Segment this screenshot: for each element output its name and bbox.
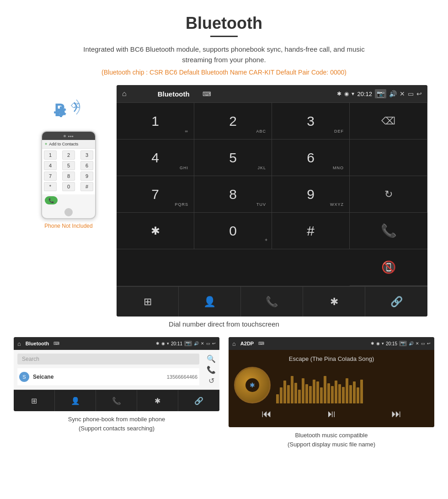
key-7[interactable]: 7PQRS <box>117 176 194 213</box>
back-icon[interactable]: ↩ <box>416 90 422 97</box>
music-body: Escape (The Pina Colada Song) ✱ ⏮ ⏯ ⏭ <box>229 350 434 427</box>
phone-key-5[interactable]: 5 <box>62 161 75 170</box>
music-home-icon[interactable]: ⌂ <box>232 340 236 347</box>
phone-key-6[interactable]: 6 <box>80 161 93 170</box>
phonebook-screen: ⌂ Bluetooth ⌨ ✱ ◉ ▾ 20:11 📷 🔊 ✕ ▭ ↩ <box>14 337 219 411</box>
toolbar-contacts-button[interactable]: 👤 <box>179 287 241 317</box>
viz-bar <box>309 386 312 403</box>
window-icon[interactable]: ▭ <box>408 90 414 97</box>
phone-key-9[interactable]: 9 <box>80 172 93 181</box>
viz-bar <box>349 385 352 403</box>
usb-icon: ⌨ <box>203 91 211 97</box>
key-call-red[interactable]: 📵 <box>350 249 427 286</box>
main-screen-caption: Dial number direct from touchscreen <box>0 320 448 328</box>
key-5[interactable]: 5JKL <box>194 140 272 176</box>
viz-bar <box>302 378 304 403</box>
key-4[interactable]: 4GHI <box>117 140 194 176</box>
car-screen-title: Bluetooth <box>158 90 190 98</box>
contact-row-seicane[interactable]: S Seicane 13566664466 <box>17 368 199 386</box>
pb-toolbar-dialpad[interactable]: ⊞ <box>14 390 55 411</box>
phone-key-3[interactable]: 3 <box>80 150 93 160</box>
viz-bar <box>316 381 319 403</box>
music-prev-button[interactable]: ⏮ <box>261 408 272 420</box>
volume-icon[interactable]: 🔊 <box>389 90 397 97</box>
toolbar-phone-button[interactable]: 📞 <box>241 287 303 317</box>
music-usb-icon: ⌨ <box>258 341 264 346</box>
key-6[interactable]: 6MNO <box>272 140 350 176</box>
pb-toolbar-link[interactable]: 🔗 <box>178 390 219 411</box>
phone-not-included-label: Phone Not Included <box>44 223 92 229</box>
phonebook-back-icon: ↩ <box>212 341 216 346</box>
key-hash[interactable]: # <box>272 213 350 249</box>
toolbar-link-button[interactable]: 🔗 <box>365 287 427 317</box>
phone-call-button[interactable]: 📞 <box>45 196 58 204</box>
call-side-icon[interactable]: 📞 <box>207 365 216 374</box>
phonebook-bt-icon: ✱ <box>156 341 160 346</box>
phonebook-bottom-toolbar: ⊞ 👤 📞 ✱ 🔗 <box>14 390 219 411</box>
viz-bar <box>291 376 293 403</box>
phonebook-usb-icon: ⌨ <box>53 341 59 346</box>
music-back-icon: ↩ <box>427 341 431 346</box>
phone-camera <box>64 135 66 137</box>
music-title: A2DP <box>240 341 254 346</box>
music-controls: ⏮ ⏯ ⏭ <box>234 403 429 422</box>
home-icon[interactable]: ⌂ <box>122 90 127 98</box>
phone-mockup: ●●● + Add to Contacts 1 2 3 4 5 6 7 <box>41 131 96 219</box>
phonebook-search-bar[interactable]: Search <box>17 354 199 365</box>
key-2[interactable]: 2ABC <box>194 103 272 140</box>
phone-key-7[interactable]: 7 <box>44 172 57 181</box>
key-backspace[interactable]: ⌫ <box>350 103 427 140</box>
music-next-button[interactable]: ⏭ <box>391 408 401 420</box>
pb-toolbar-contacts[interactable]: 👤 <box>55 390 96 411</box>
pb-toolbar-bluetooth[interactable]: ✱ <box>137 390 178 411</box>
phone-key-star[interactable]: * <box>44 182 57 191</box>
phone-home-button[interactable] <box>64 208 73 216</box>
phone-dial-row-2: 4 5 6 <box>44 161 93 170</box>
phone-key-8[interactable]: 8 <box>62 172 75 181</box>
key-1[interactable]: 1∞ <box>117 103 194 140</box>
phonebook-home-icon[interactable]: ⌂ <box>17 340 21 347</box>
viz-bar <box>320 387 323 403</box>
viz-bar <box>298 390 301 403</box>
key-refresh[interactable]: ↻ <box>350 176 427 213</box>
phone-header: + Add to Contacts <box>42 140 95 149</box>
phonebook-status-bar: ⌂ Bluetooth ⌨ ✱ ◉ ▾ 20:11 📷 🔊 ✕ ▭ ↩ <box>14 337 219 350</box>
phonebook-close-icon: ✕ <box>201 341 204 346</box>
car-bottom-toolbar: ⊞ 👤 📞 ✱ 🔗 <box>117 286 427 317</box>
music-bt-symbol: ✱ <box>250 381 255 389</box>
key-star[interactable]: ✱ <box>117 213 194 249</box>
car-screen-main: ⌂ Bluetooth ⌨ ✱ ◉ ▾ 20:12 📷 🔊 ✕ ▭ ↩ 1∞ 2 <box>117 85 427 317</box>
music-vol-icon: 🔊 <box>409 341 414 346</box>
bottom-screenshots-row: ⌂ Bluetooth ⌨ ✱ ◉ ▾ 20:11 📷 🔊 ✕ ▭ ↩ <box>0 337 448 449</box>
key-9[interactable]: 9WXYZ <box>272 176 350 213</box>
camera-icon[interactable]: 📷 <box>375 89 386 98</box>
music-status-icons: ✱ ◉ ▾ 20:15 📷 🔊 ✕ ▭ ↩ <box>371 341 431 346</box>
orange-info: (Bluetooth chip : CSR BC6 Default Blueto… <box>0 69 448 76</box>
key-8[interactable]: 8TUV <box>194 176 272 213</box>
phonebook-status-icons: ✱ ◉ ▾ 20:11 📷 🔊 ✕ ▭ ↩ <box>156 341 216 346</box>
phonebook-title: Bluetooth <box>26 341 49 346</box>
phonebook-win-icon: ▭ <box>206 341 210 346</box>
dialpad-grid: 1∞ 2ABC 3DEF ⌫ 4GHI 5JKL 6MNO <box>117 102 427 249</box>
contact-avatar-s: S <box>19 372 29 382</box>
refresh-side-icon[interactable]: ↺ <box>208 376 214 385</box>
phone-key-2[interactable]: 2 <box>62 150 75 160</box>
close-icon[interactable]: ✕ <box>400 90 405 97</box>
pb-toolbar-phone[interactable]: 📞 <box>96 390 137 411</box>
search-side-icon[interactable]: 🔍 <box>207 354 216 363</box>
phone-key-1[interactable]: 1 <box>44 150 57 160</box>
phone-key-4[interactable]: 4 <box>44 161 57 170</box>
album-art: ✱ <box>234 367 271 403</box>
key-3[interactable]: 3DEF <box>272 103 350 140</box>
phone-key-hash[interactable]: # <box>80 182 93 191</box>
key-call-green[interactable]: 📞 <box>350 213 427 249</box>
phone-key-0[interactable]: 0 <box>62 182 75 191</box>
music-loc-icon: ◉ <box>376 341 380 346</box>
key-0[interactable]: 0+ <box>194 213 272 249</box>
toolbar-dialpad-button[interactable]: ⊞ <box>117 287 179 317</box>
phonebook-loc-icon: ◉ <box>161 341 165 346</box>
main-content-row: ✱ Ƀ ⌫ ●●● + Add to Contacts 1 <box>0 85 448 317</box>
viz-bar <box>294 383 297 403</box>
toolbar-bluetooth-button[interactable]: ✱ <box>303 287 365 317</box>
music-play-pause-button[interactable]: ⏯ <box>326 408 336 420</box>
